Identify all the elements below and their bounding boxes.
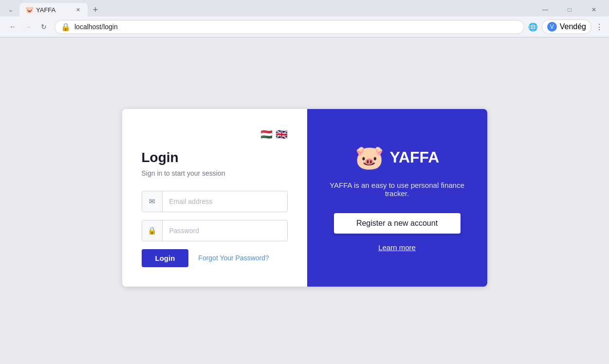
back-button[interactable]: ← [6, 20, 19, 34]
email-icon: ✉ [142, 191, 163, 212]
translate-icon[interactable]: 🌐 [528, 22, 538, 32]
email-field[interactable] [163, 193, 287, 210]
close-button[interactable]: ✕ [583, 3, 605, 17]
url-lock-icon: 🔒 [61, 22, 71, 32]
browser-menu-icon[interactable]: ⋮ [595, 22, 603, 32]
nav-buttons: ← → ↻ [6, 20, 51, 34]
left-panel: 🇭🇺 🇬🇧 Login Sign in to start your sessio… [122, 109, 307, 287]
page-content: 🇭🇺 🇬🇧 Login Sign in to start your sessio… [0, 37, 609, 358]
address-bar: ← → ↻ 🔒 localhost/login 🌐 V Vendég ⋮ [0, 17, 609, 37]
app-logo-row: 🐷 YAFFA [355, 144, 440, 171]
app-name: YAFFA [390, 148, 440, 166]
password-input-group: 🔒 [142, 220, 288, 241]
tab-list: 🐷 YAFFA ✕ + [19, 3, 532, 17]
button-row: Login Forgot Your Password? [142, 249, 288, 267]
forgot-password-link[interactable]: Forgot Your Password? [198, 254, 269, 262]
url-bar[interactable]: 🔒 localhost/login [55, 20, 524, 34]
password-field[interactable] [163, 222, 287, 239]
tab-favicon: 🐷 [25, 6, 33, 14]
profile-name: Vendég [560, 22, 586, 31]
browser-chrome: ⌄ 🐷 YAFFA ✕ + — □ ✕ ← → ↻ 🔒 localhost/lo… [0, 0, 609, 37]
register-button[interactable]: Register a new account [334, 213, 461, 234]
flag-en[interactable]: 🇬🇧 [276, 128, 288, 140]
flag-hu[interactable]: 🇭🇺 [260, 128, 273, 140]
tab-close-btn[interactable]: ✕ [74, 6, 82, 14]
forward-button[interactable]: → [21, 20, 35, 34]
profile-avatar: V [547, 22, 557, 32]
profile-button[interactable]: V Vendég [542, 19, 591, 34]
login-button[interactable]: Login [142, 249, 189, 267]
login-title: Login [142, 150, 288, 165]
tab-overflow-btn[interactable]: ⌄ [4, 3, 18, 17]
reload-button[interactable]: ↻ [37, 20, 51, 34]
window-controls: — □ ✕ [534, 3, 605, 17]
maximize-button[interactable]: □ [558, 3, 581, 17]
login-card: 🇭🇺 🇬🇧 Login Sign in to start your sessio… [122, 109, 487, 287]
minimize-button[interactable]: — [534, 3, 556, 17]
new-tab-button[interactable]: + [89, 3, 102, 17]
lock-icon: 🔒 [142, 220, 163, 241]
app-description: YAFFA is an easy to use personal finance… [327, 181, 468, 198]
login-subtitle: Sign in to start your session [142, 169, 288, 177]
url-text: localhost/login [74, 23, 518, 31]
learn-more-link[interactable]: Learn more [378, 243, 416, 252]
pig-icon: 🐷 [355, 144, 384, 171]
lang-flags: 🇭🇺 🇬🇧 [142, 128, 288, 140]
title-bar: ⌄ 🐷 YAFFA ✕ + — □ ✕ [0, 0, 609, 17]
email-input-group: ✉ [142, 191, 288, 212]
tab-title: YAFFA [36, 6, 71, 14]
right-panel: 🐷 YAFFA YAFFA is an easy to use personal… [307, 109, 487, 287]
active-tab[interactable]: 🐷 YAFFA ✕ [19, 3, 88, 17]
